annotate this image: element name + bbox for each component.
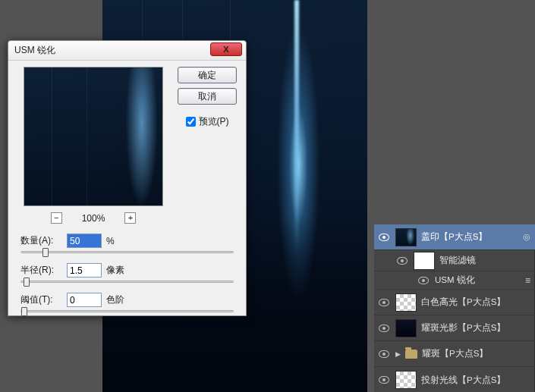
layers-panel: 盖印【P大点S】 ◎ 智能滤镜 USM 锐化 ≡ 白色高光【P大点S】 耀斑光影… (374, 224, 535, 392)
cancel-button[interactable]: 取消 (178, 88, 237, 105)
eye-icon[interactable] (418, 277, 429, 284)
radius-slider[interactable] (20, 281, 234, 283)
preview-checkbox-row[interactable]: 预览(P) (186, 115, 229, 128)
layer-row-white-highlight[interactable]: 白色高光【P大点S】 (374, 290, 535, 315)
folder-icon (405, 350, 417, 359)
plus-icon: + (128, 214, 133, 222)
chevron-right-icon[interactable]: ▶ (395, 350, 401, 358)
eye-icon[interactable] (379, 350, 389, 358)
radius-unit: 像素 (106, 264, 124, 277)
layer-name: 白色高光【P大点S】 (421, 296, 505, 308)
eye-icon[interactable] (379, 234, 389, 241)
layer-row-flare-light[interactable]: 耀斑光影【P大点S】 (374, 315, 535, 341)
layer-row-smartfilters[interactable]: 智能滤镜 (374, 250, 535, 271)
eye-icon[interactable] (379, 325, 389, 332)
layer-name: 耀斑光影【P大点S】 (421, 322, 505, 334)
zoom-out-button[interactable]: − (51, 212, 62, 224)
eye-icon[interactable] (379, 376, 389, 384)
ok-button[interactable]: 确定 (178, 67, 237, 83)
layer-thumbnail[interactable] (395, 319, 417, 337)
layer-name: USM 锐化 (435, 274, 475, 286)
preview-image[interactable] (24, 67, 163, 206)
layer-row-usm-filter[interactable]: USM 锐化 ≡ (374, 271, 535, 290)
layer-thumbnail[interactable] (395, 371, 417, 389)
radius-input[interactable] (67, 263, 102, 278)
radius-label: 半径(R): (20, 264, 62, 277)
layer-name: 耀斑【P大点S】 (422, 348, 488, 359)
threshold-slider-thumb[interactable] (21, 307, 27, 316)
minus-icon: − (54, 214, 58, 222)
eye-icon[interactable] (379, 299, 389, 306)
amount-label: 数量(A): (20, 234, 62, 247)
zoom-in-button[interactable]: + (124, 212, 136, 224)
sliders-icon[interactable]: ≡ (525, 275, 530, 286)
layer-thumbnail[interactable] (395, 293, 417, 312)
close-button[interactable]: X (210, 42, 242, 56)
amount-input[interactable] (67, 234, 102, 248)
layer-row-stamp[interactable]: 盖印【P大点S】 ◎ (374, 224, 535, 250)
eye-icon[interactable] (397, 257, 408, 265)
threshold-unit: 色阶 (106, 293, 124, 306)
threshold-label: 阈值(T): (20, 293, 62, 306)
layer-name: 盖印【P大点S】 (421, 231, 487, 243)
threshold-input[interactable] (67, 293, 102, 307)
radius-slider-thumb[interactable] (24, 278, 30, 287)
threshold-slider[interactable] (20, 310, 234, 312)
preview-checkbox[interactable] (186, 117, 196, 127)
layer-name: 智能滤镜 (439, 255, 476, 266)
layer-thumbnail[interactable] (395, 228, 417, 246)
layer-name: 投射光线【P大点S】 (421, 375, 505, 386)
usm-dialog: USM 锐化 X − 100% + 确定 取消 预览(P) (8, 40, 247, 316)
dialog-title: USM 锐化 (14, 44, 55, 57)
zoom-level: 100% (82, 213, 105, 224)
layer-row-flare-group[interactable]: ▶ 耀斑【P大点S】 (374, 341, 535, 367)
amount-slider-thumb[interactable] (42, 248, 49, 257)
preview-label: 预览(P) (199, 115, 229, 128)
amount-unit: % (106, 236, 115, 246)
amount-slider[interactable] (20, 251, 234, 253)
layer-row-light-rays[interactable]: 投射光线【P大点S】 (374, 367, 535, 392)
dialog-titlebar[interactable]: USM 锐化 X (8, 41, 246, 61)
smart-object-badge[interactable]: ◎ (523, 232, 530, 242)
filter-mask-thumbnail[interactable] (414, 252, 435, 270)
close-icon: X (223, 45, 228, 54)
